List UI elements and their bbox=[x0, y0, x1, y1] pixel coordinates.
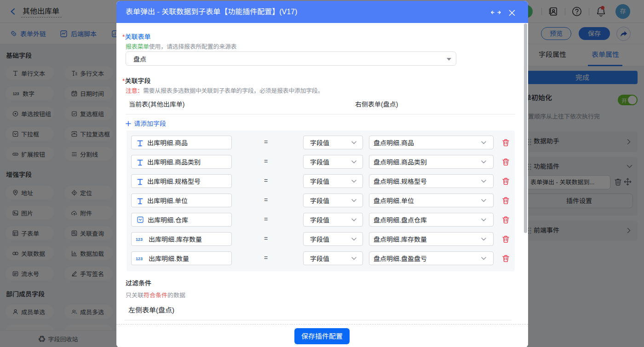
svg-text:123: 123 bbox=[136, 256, 143, 261]
svg-text:123: 123 bbox=[136, 237, 143, 242]
